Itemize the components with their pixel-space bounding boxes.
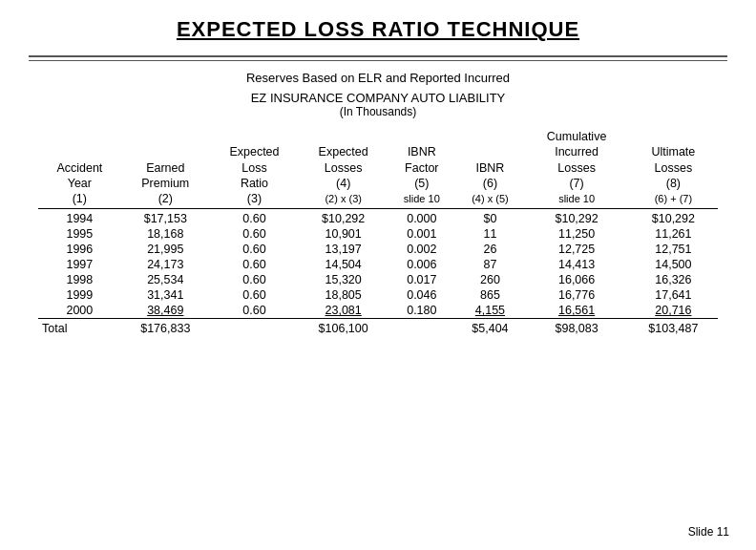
- table-row: 1995 18,168 0.60 10,901 0.001 11 11,250 …: [38, 226, 718, 242]
- page-title: EXPECTED LOSS RATIO TECHNIQUE: [0, 0, 756, 50]
- divider-top: [29, 55, 727, 57]
- cell-ibnr: 4,155: [455, 303, 524, 319]
- cell-premium: 38,469: [121, 303, 210, 319]
- cell-elr: 0.60: [210, 272, 299, 287]
- cell-ibnr: $0: [455, 211, 524, 226]
- cell-ibnrfactor: 0.180: [388, 303, 455, 319]
- cell-exploss: 13,197: [299, 242, 388, 257]
- cell-year: 1996: [38, 242, 121, 257]
- table-row: 1998 25,534 0.60 15,320 0.017 260 16,066…: [38, 272, 718, 287]
- cell-elr: 0.60: [210, 211, 299, 226]
- col-header-1: Accident Year (1): [38, 128, 121, 206]
- cell-year: 1997: [38, 257, 121, 272]
- cell-ultimate: 12,751: [629, 242, 718, 257]
- cell-premium: 31,341: [121, 287, 210, 303]
- cell-ibnr: 26: [455, 242, 524, 257]
- total-cumincurred: $98,083: [524, 319, 628, 337]
- cell-elr: 0.60: [210, 242, 299, 257]
- subtitle2: EZ INSURANCE COMPANY AUTO LIABILITY: [0, 91, 756, 105]
- cell-exploss: $10,292: [299, 211, 388, 226]
- col-header-5: IBNR Factor (5) slide 10: [388, 128, 455, 206]
- total-row: Total $176,833 $106,100 $5,404 $98,083 $…: [38, 319, 718, 337]
- divider-thin: [29, 60, 727, 61]
- cell-cumincurred: 12,725: [524, 242, 628, 257]
- cell-exploss: 15,320: [299, 272, 388, 287]
- cell-ibnrfactor: 0.001: [388, 226, 455, 242]
- cell-ibnrfactor: 0.017: [388, 272, 455, 287]
- cell-year: 1995: [38, 226, 121, 242]
- cell-premium: 21,995: [121, 242, 210, 257]
- total-exploss: $106,100: [299, 319, 388, 337]
- cell-ibnrfactor: 0.000: [388, 211, 455, 226]
- col-header-7: Cumulative Incurred Losses (7) slide 10: [524, 128, 628, 206]
- cell-ultimate: 20,716: [629, 303, 718, 319]
- total-ibnrfactor: [388, 319, 455, 337]
- cell-elr: 0.60: [210, 226, 299, 242]
- cell-premium: $17,153: [121, 211, 210, 226]
- table-row: 2000 38,469 0.60 23,081 0.180 4,155 16,5…: [38, 303, 718, 319]
- cell-cumincurred: 11,250: [524, 226, 628, 242]
- cell-cumincurred: 16,561: [524, 303, 628, 319]
- cell-ibnr: 865: [455, 287, 524, 303]
- cell-ibnr: 260: [455, 272, 524, 287]
- table-row: 1996 21,995 0.60 13,197 0.002 26 12,725 …: [38, 242, 718, 257]
- cell-exploss: 14,504: [299, 257, 388, 272]
- total-elr: [210, 319, 299, 337]
- cell-cumincurred: 16,066: [524, 272, 628, 287]
- cell-elr: 0.60: [210, 287, 299, 303]
- cell-premium: 24,173: [121, 257, 210, 272]
- cell-ibnr: 11: [455, 226, 524, 242]
- cell-ibnrfactor: 0.006: [388, 257, 455, 272]
- total-premium: $176,833: [121, 319, 210, 337]
- cell-ultimate: 11,261: [629, 226, 718, 242]
- total-label: Total: [38, 319, 121, 337]
- cell-exploss: 23,081: [299, 303, 388, 319]
- cell-elr: 0.60: [210, 257, 299, 272]
- cell-year: 2000: [38, 303, 121, 319]
- cell-ultimate: 14,500: [629, 257, 718, 272]
- table-row: 1994 $17,153 0.60 $10,292 0.000 $0 $10,2…: [38, 211, 718, 226]
- cell-ibnr: 87: [455, 257, 524, 272]
- cell-ibnrfactor: 0.002: [388, 242, 455, 257]
- cell-year: 1999: [38, 287, 121, 303]
- cell-premium: 18,168: [121, 226, 210, 242]
- cell-cumincurred: 16,776: [524, 287, 628, 303]
- cell-ultimate: 16,326: [629, 272, 718, 287]
- cell-cumincurred: $10,292: [524, 211, 628, 226]
- cell-exploss: 18,805: [299, 287, 388, 303]
- total-ibnr: $5,404: [455, 319, 524, 337]
- cell-elr: 0.60: [210, 303, 299, 319]
- subtitle3: (In Thousands): [0, 105, 756, 118]
- total-ultimate: $103,487: [629, 319, 718, 337]
- col-header-8: Ultimate Losses (8) (6) + (7): [629, 128, 718, 206]
- col-header-2: Earned Premium (2): [121, 128, 210, 206]
- col-header-4: Expected Losses (4) (2) x (3): [299, 128, 388, 206]
- cell-year: 1994: [38, 211, 121, 226]
- table-wrapper: Accident Year (1) Earned Premium (2) Exp…: [38, 128, 718, 336]
- subtitle-block: Reserves Based on ELR and Reported Incur…: [0, 71, 756, 118]
- slide-number: Slide 11: [688, 525, 729, 539]
- table-row: 1999 31,341 0.60 18,805 0.046 865 16,776…: [38, 287, 718, 303]
- table-row: 1997 24,173 0.60 14,504 0.006 87 14,413 …: [38, 257, 718, 272]
- subtitle1: Reserves Based on ELR and Reported Incur…: [0, 71, 756, 85]
- cell-year: 1998: [38, 272, 121, 287]
- cell-premium: 25,534: [121, 272, 210, 287]
- cell-ultimate: 17,641: [629, 287, 718, 303]
- col-header-6: IBNR (6) (4) x (5): [455, 128, 524, 206]
- cell-ultimate: $10,292: [629, 211, 718, 226]
- cell-cumincurred: 14,413: [524, 257, 628, 272]
- col-header-3: Expected Loss Ratio (3): [210, 128, 299, 206]
- cell-exploss: 10,901: [299, 226, 388, 242]
- main-table: Accident Year (1) Earned Premium (2) Exp…: [38, 128, 718, 336]
- cell-ibnrfactor: 0.046: [388, 287, 455, 303]
